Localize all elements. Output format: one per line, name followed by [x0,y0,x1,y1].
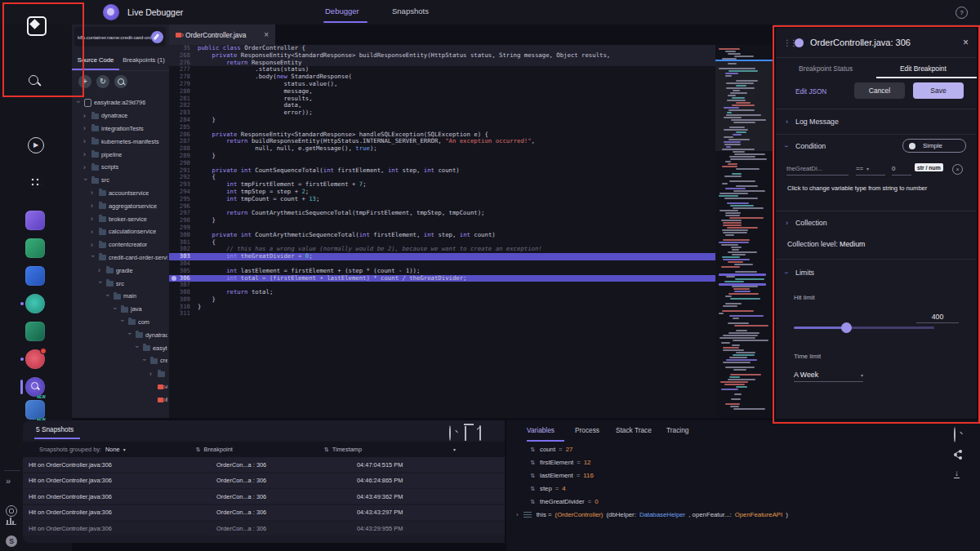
chevron-right-icon[interactable]: › [516,511,519,518]
chevron-icon[interactable]: › [112,307,118,313]
tree-item[interactable]: ›easytrade:a29d796 [72,96,167,109]
s-badge-icon[interactable]: S [6,535,17,547]
hit-limit-input[interactable]: 400 [916,313,959,323]
code-line[interactable]: 308 return total; [169,289,717,296]
help-icon[interactable]: ? [956,7,968,19]
chevron-icon[interactable]: › [141,358,148,364]
chevron-icon[interactable]: › [91,242,96,248]
table-row[interactable]: Hit on OrderController.java:306OrderCon.… [23,457,505,472]
hit-limit-slider[interactable] [794,327,934,329]
tree-item[interactable]: ›main [72,290,167,303]
debugger-app-icon[interactable]: NEW [25,377,45,397]
variable-row[interactable]: ⇅theGreatDivider=0 [529,498,599,505]
chevron-icon[interactable]: › [149,371,155,377]
tree-item[interactable]: ›creditcardorderserv [72,354,167,367]
green-app-icon[interactable] [25,238,45,258]
chevron-icon[interactable]: › [83,125,89,131]
share-icon[interactable] [954,450,962,458]
code-line[interactable]: 288 null, null, e.getMessage(), true); [169,145,717,153]
chevron-icon[interactable]: › [90,256,96,261]
tab-debugger[interactable]: Debugger [325,7,359,16]
tab-variables[interactable]: Variables [527,426,555,434]
section-condition[interactable]: › Condition [786,142,826,150]
tree-item[interactable]: ›src [72,174,167,187]
section-collection[interactable]: › Collection [786,219,827,227]
chevron-icon[interactable]: › [83,151,89,158]
tree-item[interactable]: ›contentcreator [72,238,167,251]
search-icon[interactable] [29,75,38,85]
sort-icon[interactable]: ⇅ [196,447,201,453]
code-line[interactable]: 311 [169,310,717,318]
code-line[interactable]: 295 int tmpCount = count + 13; [169,196,717,203]
tree-item[interactable]: ›pipeline [72,148,167,161]
code-line[interactable]: 300 private int CountArythmeticSequenceT… [169,232,717,239]
tab-source-code[interactable]: Source Code [72,51,119,70]
chevron-icon[interactable]: › [82,178,89,184]
chevron-icon[interactable]: › [91,202,96,209]
snapshots-tab[interactable]: 5 Snapshots [36,425,74,433]
variable-row[interactable]: ⇅count=27 [529,446,572,453]
minimap[interactable] [715,45,773,418]
chevron-icon[interactable]: › [127,332,133,338]
search-icon[interactable] [114,75,127,88]
chevron-icon[interactable]: › [119,320,126,326]
chevron-icon[interactable]: › [91,189,96,196]
alert-app-icon[interactable] [25,349,45,369]
tree-item[interactable]: ›BaseScheduler.ja [72,393,167,406]
variable-row-this[interactable]: ›this = (OrderController) (dbHelper: Dat… [516,511,788,518]
filter-input[interactable]: k8s.container.name:credit-card-order-ser… [74,34,151,40]
cancel-button[interactable]: Cancel [854,82,905,99]
tab-snapshots[interactable]: Snapshots [392,7,429,16]
code-line[interactable]: 298 } [169,217,717,224]
line-number[interactable]: 311 [169,310,198,318]
remove-condition-icon[interactable]: × [952,164,963,175]
code-line[interactable]: 283 error)); [169,109,717,117]
chevron-icon[interactable]: › [83,138,89,144]
column-timestamp[interactable]: Timestamp [332,446,362,453]
edit-json-link[interactable]: Edit JSON [795,88,826,96]
tab-edit-breakpoint[interactable]: Edit Breakpoint [900,64,947,73]
chevron-right-icon[interactable]: › [786,118,788,126]
code-line[interactable]: 289 } [169,153,717,160]
close-icon[interactable]: × [963,37,969,48]
simple-toggle[interactable]: Simple [902,139,966,153]
tree-item[interactable]: ›easytrade [72,341,167,354]
chevron-icon[interactable]: › [83,164,89,171]
chevron-icon[interactable]: › [97,281,104,287]
search-icon[interactable] [449,426,451,441]
save-button[interactable]: Save [913,82,964,99]
time-limit-select[interactable]: A Week ▾ [794,371,863,382]
chevron-icon[interactable]: › [91,229,96,235]
tab-breakpoints[interactable]: Breakpoints (1) [119,51,168,70]
tree-item[interactable]: ›accountservice [72,187,167,200]
tab-process[interactable]: Process [575,426,599,434]
tree-item[interactable]: ›dynatrace [72,328,167,341]
tree-item[interactable]: ›integrationTests [72,122,167,136]
file-tab[interactable]: OrderController.java × [169,24,275,45]
tab-tracing[interactable]: Tracing [666,426,688,434]
caret-down-icon[interactable]: ▾ [453,447,456,452]
chevron-icon[interactable]: › [75,100,82,106]
condition-value-input[interactable]: 0 [892,165,911,176]
table-row[interactable]: Hit on OrderController.java:306OrderCon.… [23,473,505,488]
tree-item[interactable]: ›java [72,303,167,316]
support-icon[interactable] [6,505,17,517]
tree-item[interactable]: ›kubernetes-manifests [72,135,167,148]
tree-item[interactable]: ›aggregatorservice [72,199,167,212]
grouped-by-select[interactable]: None [105,446,120,453]
download-icon[interactable]: ↓ [954,469,960,478]
close-icon[interactable]: × [264,30,269,39]
refresh-icon[interactable]: ↻ [96,75,109,88]
swirl-app-icon[interactable] [25,294,45,313]
type-badge[interactable]: str / num [915,163,943,171]
play-app-icon[interactable]: ▶ [28,137,44,153]
wallet-app-icon[interactable]: NEW [25,400,45,420]
tree-item[interactable]: ›calculationservice [72,225,167,238]
apps-grid-icon[interactable] [29,176,42,189]
tree-item[interactable]: ›src [72,277,167,290]
variable-row[interactable]: ⇅lastElement=116 [529,472,594,479]
cube-app-icon[interactable] [25,211,45,230]
chevron-icon[interactable]: › [98,267,104,273]
column-breakpoint[interactable]: Breakpoint [204,446,233,453]
code-line[interactable]: 297 return CountArythmeticSequenceTotal(… [169,210,717,217]
